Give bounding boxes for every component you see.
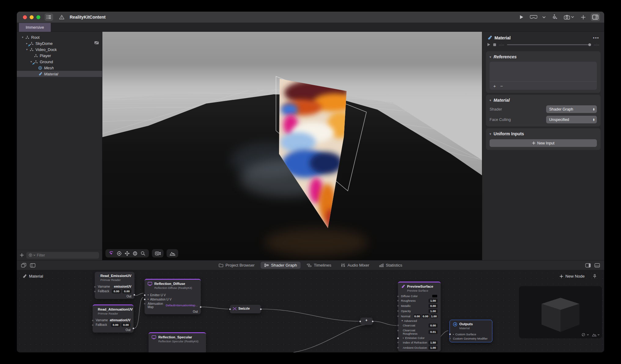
varname-value[interactable]: attenuationUV	[110, 318, 130, 322]
fallback-x-field[interactable]: 0.00	[111, 323, 120, 327]
graph-breadcrumb-label[interactable]: Material	[29, 274, 43, 278]
row-value-field[interactable]: 1.00	[428, 309, 438, 313]
row-value-field[interactable]: 0.01	[428, 330, 438, 334]
input-port[interactable]	[144, 303, 145, 304]
references-list[interactable]	[490, 62, 597, 82]
close-window-button[interactable]	[23, 15, 27, 19]
add-entity-button[interactable]	[579, 13, 588, 21]
input-port-connected[interactable]	[144, 294, 145, 296]
add-entity-plus-button[interactable]	[20, 253, 24, 257]
environment-button[interactable]	[169, 250, 176, 257]
normal-y-field[interactable]: 0.00	[422, 314, 429, 318]
normal-x-field[interactable]: 0.00	[413, 314, 421, 318]
send-to-device-button[interactable]	[550, 13, 559, 21]
row-value-field[interactable]: 1.50	[428, 340, 438, 345]
output-port[interactable]	[372, 321, 373, 322]
input-port[interactable]	[449, 338, 451, 339]
input-port[interactable]	[397, 347, 399, 348]
input-port[interactable]	[397, 315, 399, 317]
minimize-window-button[interactable]	[30, 15, 34, 19]
preview-stop-button[interactable]	[493, 43, 496, 46]
material-section-header[interactable]: ▾ Material	[490, 98, 597, 103]
output-port[interactable]	[260, 308, 262, 310]
input-port[interactable]	[92, 320, 94, 321]
node-swizzle[interactable]: Swizzle	[230, 305, 261, 313]
input-port[interactable]	[397, 300, 399, 301]
preview-environment-button[interactable]	[592, 333, 600, 337]
input-port[interactable]	[397, 330, 399, 331]
orbit-tool-button[interactable]	[108, 250, 115, 257]
advanced-toggle-row[interactable]: ▾ Advanced	[398, 318, 441, 323]
varname-value[interactable]: emissionUV	[114, 285, 131, 288]
input-port-connected[interactable]	[359, 321, 361, 322]
normal-z-field[interactable]: 1.00	[430, 314, 438, 318]
new-node-button[interactable]: New Node	[560, 274, 585, 278]
select-tool-button[interactable]	[116, 250, 123, 257]
warnings-button[interactable]	[57, 13, 66, 21]
fallback-y-field[interactable]: 0.00	[122, 289, 131, 293]
input-port[interactable]	[94, 286, 96, 288]
new-input-button[interactable]: New Input	[490, 139, 597, 147]
map-value-link[interactable]: DefaultAttenuationMap...	[166, 304, 198, 307]
output-port[interactable]	[200, 306, 201, 308]
inspector-toggle-icon[interactable]	[585, 263, 591, 268]
add-reference-button[interactable]: +	[493, 83, 496, 89]
input-port[interactable]	[94, 291, 96, 292]
input-port-connected[interactable]	[229, 308, 231, 310]
input-port[interactable]	[397, 305, 399, 307]
preview-play-button[interactable]	[487, 43, 491, 46]
tab-statistics[interactable]: Statistics	[375, 262, 406, 269]
tree-row-ground[interactable]: ▾ Ground	[17, 59, 102, 65]
face-culling-dropdown[interactable]: Unspecified ▲▼	[546, 116, 597, 123]
node-reflection-specular[interactable]: Reflection_Specular Reflection Specular …	[149, 332, 206, 352]
disclosure-chevron-icon[interactable]: ▾	[25, 48, 28, 51]
material-preview-panel[interactable]	[519, 286, 602, 338]
filter-input[interactable]	[37, 253, 97, 257]
tree-row-skydome[interactable]: ▸ SkyDome	[17, 40, 102, 46]
tree-row-video-dock[interactable]: ▾ Video_Dock	[17, 46, 102, 53]
preview-shape-button[interactable]	[582, 333, 589, 337]
input-port[interactable]	[397, 310, 399, 312]
viewport-3d[interactable]	[102, 32, 482, 260]
play-button[interactable]	[517, 13, 526, 21]
tree-row-material[interactable]: Material	[17, 71, 102, 77]
node-reflection-diffuse[interactable]: Reflection_Diffuse Reflection Diffuse (R…	[145, 279, 201, 314]
node-read-emissionuv[interactable]: Read_EmissionUV Primvar Reader Varname e…	[95, 272, 134, 299]
input-port[interactable]	[92, 324, 94, 326]
tab-shader-graph[interactable]: Shader Graph	[261, 262, 301, 269]
shader-dropdown[interactable]: Shader Graph ▲▼	[546, 105, 597, 113]
tree-row-mesh[interactable]: Mesh	[17, 65, 102, 71]
uniform-inputs-header[interactable]: ▾ Uniform Inputs	[490, 131, 597, 136]
fallback-y-field[interactable]: 0.00	[121, 323, 130, 327]
node-outputs[interactable]: Outputs Material • Custom Surface Custom…	[450, 320, 492, 342]
tree-row-root[interactable]: ▾ Root	[17, 34, 102, 40]
fallback-x-field[interactable]: 0.00	[112, 289, 121, 293]
row-value-field[interactable]: 1.00	[428, 346, 438, 350]
input-port-connected[interactable]	[397, 337, 399, 339]
tab-immersive[interactable]: Immersive	[19, 23, 51, 32]
tab-project-browser[interactable]: Project Browser	[215, 262, 258, 269]
input-port-connected[interactable]	[449, 333, 451, 335]
tab-audio-mixer[interactable]: Audio Mixer	[337, 262, 373, 269]
filter-field[interactable]	[26, 252, 99, 259]
timeline-knob[interactable]	[588, 43, 591, 46]
input-port[interactable]	[397, 325, 399, 326]
disclosure-chevron-icon[interactable]: ▾	[21, 36, 24, 39]
tree-row-player[interactable]: Player	[17, 53, 102, 59]
output-port[interactable]	[134, 294, 135, 296]
more-options-button[interactable]: •••	[593, 35, 599, 40]
preview-options-chevron[interactable]	[541, 13, 547, 21]
vision-pro-preview-button[interactable]	[529, 13, 538, 21]
tab-timelines[interactable]: Timelines	[303, 262, 335, 269]
node-preview-surface[interactable]: PreviewSurface Preview Surface Diffuse C…	[398, 282, 441, 351]
remove-reference-button[interactable]: −	[500, 83, 503, 89]
bottom-panel-toggle-icon[interactable]	[594, 263, 600, 268]
preview-timeline-slider[interactable]	[507, 44, 591, 45]
inspector-toggle-button[interactable]	[591, 13, 600, 21]
hidden-in-viewport-icon[interactable]	[94, 41, 99, 46]
output-port[interactable]	[133, 328, 134, 329]
input-port-connected[interactable]	[144, 299, 145, 300]
pin-icon[interactable]	[593, 274, 597, 278]
zoom-tool-button[interactable]	[140, 250, 146, 257]
camera-snapshot-button[interactable]	[562, 13, 575, 21]
